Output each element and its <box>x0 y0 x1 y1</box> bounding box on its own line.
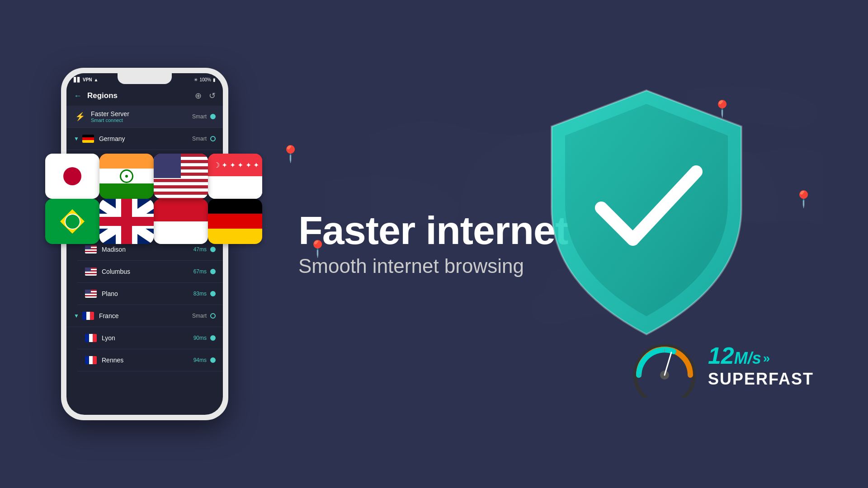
list-item-columbus[interactable]: Columbus 67ms <box>77 261 223 283</box>
columbus-right: 67ms <box>193 268 216 275</box>
faster-server-sub: Smart connect <box>91 117 192 123</box>
france-dot <box>210 313 216 319</box>
speed-unit-row: M/s » <box>734 349 770 368</box>
germany-expand: ▼ <box>74 136 79 142</box>
bluetooth-icon: ✳ <box>194 77 198 82</box>
shield-svg <box>533 81 760 343</box>
lyon-text: Lyon <box>102 334 193 342</box>
germany-name: Germany <box>99 135 192 142</box>
list-item-rennes[interactable]: Rennes 94ms <box>77 349 223 371</box>
plano-flag <box>85 287 97 300</box>
faster-server-name: Faster Server <box>91 110 192 117</box>
flag-card-de[interactable] <box>208 199 262 244</box>
status-left: ▋▋ VPN ▲ <box>74 77 98 82</box>
flag-card-br[interactable] <box>45 199 99 244</box>
faster-server-right: Smart <box>192 113 216 120</box>
back-button[interactable]: ← <box>74 91 82 101</box>
top-nav: ← Regions ⊕ ↺ <box>66 86 223 106</box>
vpn-label: VPN <box>83 77 92 82</box>
plano-text: Plano <box>102 290 193 297</box>
rennes-name: Rennes <box>102 357 193 364</box>
speed-unit: M/s <box>734 349 761 368</box>
columbus-flag <box>85 265 97 278</box>
status-right: ✳ 100% ▮ <box>194 77 216 82</box>
signal-icon: ▋▋ <box>74 77 81 82</box>
phone-notch <box>118 73 172 84</box>
columbus-text: Columbus <box>102 268 193 275</box>
columbus-badge: 67ms <box>193 268 207 275</box>
nav-icons: ⊕ ↺ <box>195 91 216 101</box>
flag-card-in[interactable] <box>99 154 154 199</box>
rennes-text: Rennes <box>102 357 193 364</box>
faster-server-icon: ⚡ <box>74 110 86 123</box>
list-item-germany[interactable]: ▼ Germany Smart <box>66 128 223 150</box>
lyon-dot <box>210 335 216 341</box>
madison-name: Madison <box>102 246 193 253</box>
lyon-badge: 90ms <box>193 335 207 341</box>
flag-grid: ☽ ✦ ✦ ✦ ✦ ✦ <box>45 154 262 244</box>
rennes-dot <box>210 357 216 363</box>
faster-server-text: Faster Server Smart connect <box>91 110 192 123</box>
germany-dot <box>210 136 216 141</box>
plano-badge: 83ms <box>193 291 207 297</box>
list-item-lyon[interactable]: Lyon 90ms <box>77 327 223 349</box>
speed-arrows: » <box>763 351 770 366</box>
rennes-right: 94ms <box>193 357 216 363</box>
list-item-faster-server[interactable]: ⚡ Faster Server Smart connect Smart <box>66 106 223 128</box>
plano-name: Plano <box>102 290 193 297</box>
refresh-nav-icon[interactable]: ↺ <box>209 91 216 101</box>
madison-badge: 47ms <box>193 246 207 253</box>
list-item-france[interactable]: ▼ France Smart <box>66 305 223 327</box>
france-right: Smart <box>192 313 216 319</box>
germany-flag <box>82 132 94 145</box>
speed-text: 12 M/s » SUPERFAST <box>708 344 814 389</box>
battery-label: 100% <box>199 77 211 82</box>
france-flag <box>82 310 94 322</box>
sub-title: Smooth internet browsing <box>298 255 524 277</box>
madison-right: 47ms <box>193 246 216 253</box>
rennes-badge: 94ms <box>193 357 207 363</box>
phone-inner: ▋▋ VPN ▲ 9:41 AM ✳ 100% ▮ ← Regions ⊕ ↺ <box>66 73 223 415</box>
france-badge: Smart <box>192 313 207 319</box>
faster-server-dot <box>210 114 216 119</box>
phone-mockup: ▋▋ VPN ▲ 9:41 AM ✳ 100% ▮ ← Regions ⊕ ↺ <box>61 68 228 420</box>
madison-dot <box>210 247 216 252</box>
flag-card-us[interactable] <box>154 154 208 199</box>
madison-flag <box>85 243 97 256</box>
france-name: France <box>99 312 192 319</box>
speedometer <box>628 334 701 398</box>
main-title: Faster internet <box>298 211 568 250</box>
flag-card-jp[interactable] <box>45 154 99 199</box>
lyon-right: 90ms <box>193 335 216 341</box>
list-item-plano[interactable]: Plano 83ms <box>77 283 223 305</box>
germany-right: Smart <box>192 136 216 142</box>
shield-container <box>533 81 760 343</box>
speed-number-row: 12 M/s » <box>708 344 814 368</box>
plano-right: 83ms <box>193 291 216 297</box>
battery-icon: ▮ <box>213 77 216 82</box>
germany-badge: Smart <box>192 136 207 142</box>
plano-dot <box>210 291 216 296</box>
columbus-name: Columbus <box>102 268 193 275</box>
faster-server-badge: Smart <box>192 113 207 120</box>
svg-line-3 <box>665 352 671 375</box>
flag-card-sg[interactable]: ☽ ✦ ✦ ✦ ✦ ✦ <box>208 154 262 199</box>
wifi-icon: ▲ <box>94 77 99 82</box>
france-text: France <box>99 312 192 319</box>
speed-number: 12 <box>708 344 734 367</box>
superfast-label: SUPERFAST <box>708 370 814 389</box>
rennes-flag <box>85 354 97 366</box>
france-expand: ▼ <box>74 313 79 319</box>
speed-widget: 12 M/s » SUPERFAST <box>628 334 814 398</box>
germany-text: Germany <box>99 135 192 142</box>
flag-card-gb[interactable] <box>99 199 154 244</box>
lyon-flag <box>85 332 97 344</box>
madison-text: Madison <box>102 246 193 253</box>
columbus-dot <box>210 269 216 274</box>
nav-title: Regions <box>87 91 189 100</box>
location-nav-icon[interactable]: ⊕ <box>195 91 202 101</box>
flag-card-id[interactable] <box>154 199 208 244</box>
lyon-name: Lyon <box>102 334 193 342</box>
left-panel: ▋▋ VPN ▲ 9:41 AM ✳ 100% ▮ ← Regions ⊕ ↺ <box>0 0 289 488</box>
